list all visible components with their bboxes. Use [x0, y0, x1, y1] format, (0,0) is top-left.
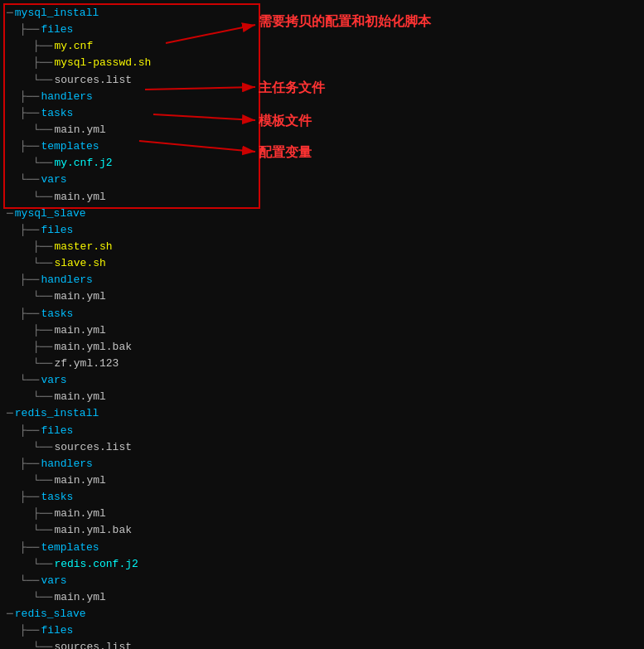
tree-connector: ├── — [33, 239, 52, 255]
file-name: sources.list — [54, 72, 132, 89]
tree-connector: ├── — [20, 306, 39, 322]
list-item: └── sources.list — [7, 72, 644, 89]
dir-name: tasks — [41, 306, 73, 322]
file-name: my.cnf — [54, 38, 93, 55]
tree-connector: ├── — [20, 272, 39, 288]
tree-connector: ├── — [20, 489, 39, 506]
list-item: ├── templates — [7, 138, 644, 155]
tree-connector: └── — [33, 356, 52, 372]
tree-connector: └── — [33, 189, 52, 206]
list-item: ─ redis_slave — [7, 606, 644, 622]
tree-connector: ├── — [20, 423, 39, 439]
list-item: ├── my.cnf — [7, 38, 644, 55]
dir-name: files — [41, 22, 73, 38]
dir-name: redis_slave — [15, 606, 86, 622]
file-name: main.yml.bak — [54, 339, 132, 356]
list-item: ├── main.yml — [7, 322, 644, 339]
dir-name: files — [41, 222, 73, 239]
list-item: ├── files — [7, 423, 644, 439]
list-item: └── slave.sh — [7, 255, 644, 272]
tree-connector: ├── — [33, 339, 52, 356]
file-name: main.yml — [54, 506, 105, 522]
file-name: main.yml — [54, 189, 105, 206]
tree-connector: ├── — [20, 540, 39, 556]
list-item: └── main.yml.bak — [7, 522, 644, 539]
list-item: ─ mysql_slave — [7, 206, 644, 222]
dir-name: mysql_slave — [15, 206, 86, 222]
list-item: └── vars — [7, 573, 644, 589]
tree-connector: └── — [33, 122, 52, 138]
tree-connector: ─ — [7, 405, 13, 422]
list-item: ├── files — [7, 622, 644, 639]
list-item: └── vars — [7, 372, 644, 389]
list-item: ├── handlers — [7, 456, 644, 472]
file-tree: 需要拷贝的配置和初始化脚本 主任务文件 模板文件 配置变量 ─ mysql_in… — [0, 0, 644, 649]
list-item: ─ mysql_install — [7, 5, 644, 22]
tree-connector: ├── — [20, 622, 39, 639]
file-name: main.yml — [54, 389, 105, 405]
tree-connector: └── — [33, 72, 52, 89]
list-item: ├── mysql-passwd.sh — [7, 55, 644, 71]
tree-connector: └── — [33, 472, 52, 489]
list-item: └── main.yml — [7, 472, 644, 489]
dir-name: templates — [41, 540, 99, 556]
file-name: main.yml — [54, 122, 105, 138]
dir-name: handlers — [41, 272, 92, 288]
file-name: sources.list — [54, 639, 132, 649]
list-item: └── main.yml — [7, 288, 644, 305]
list-item: ├── main.yml.bak — [7, 339, 644, 356]
dir-name: handlers — [41, 89, 92, 105]
dir-name: vars — [41, 372, 66, 389]
list-item: ├── files — [7, 22, 644, 38]
tree-connector: └── — [20, 573, 39, 589]
file-name: main.yml — [54, 589, 105, 606]
tree-connector: └── — [33, 155, 52, 172]
list-item: └── redis.conf.j2 — [7, 556, 644, 573]
list-item: └── main.yml — [7, 589, 644, 606]
list-item: ├── handlers — [7, 89, 644, 105]
tree-connector: ├── — [20, 138, 39, 155]
tree-connector: └── — [33, 589, 52, 606]
tree-connector: └── — [33, 389, 52, 405]
dir-name: files — [41, 622, 73, 639]
tree-connector: └── — [20, 372, 39, 389]
tree-connector: ─ — [7, 606, 13, 622]
tree-connector: └── — [33, 639, 52, 649]
dir-name: vars — [41, 573, 66, 589]
tree-connector: ├── — [33, 55, 52, 71]
dir-name: templates — [41, 138, 99, 155]
file-name: main.yml — [54, 322, 105, 339]
list-item: ─ redis_install — [7, 405, 644, 422]
list-item: └── vars — [7, 172, 644, 188]
list-item: └── sources.list — [7, 439, 644, 456]
tree-connector: ─ — [7, 5, 13, 22]
tree-connector: ─ — [7, 206, 13, 222]
tree-connector: ├── — [20, 222, 39, 239]
dir-name: tasks — [41, 105, 73, 122]
dir-name: mysql_install — [15, 5, 99, 22]
tree-connector: └── — [20, 172, 39, 188]
tree-connector: ├── — [20, 22, 39, 38]
list-item: └── zf.yml.123 — [7, 356, 644, 372]
list-item: └── main.yml — [7, 189, 644, 206]
tree-connector: ├── — [33, 506, 52, 522]
tree-connector: └── — [33, 556, 52, 573]
list-item: ├── templates — [7, 540, 644, 556]
file-name: mysql-passwd.sh — [54, 55, 151, 71]
tree-connector: └── — [33, 522, 52, 539]
file-name: redis.conf.j2 — [54, 556, 138, 573]
tree-connector: ├── — [20, 89, 39, 105]
list-item: ├── tasks — [7, 489, 644, 506]
list-item: └── main.yml — [7, 122, 644, 138]
tree-connector: └── — [33, 255, 52, 272]
file-name: zf.yml.123 — [54, 356, 119, 372]
list-item: ├── handlers — [7, 272, 644, 288]
list-item: └── main.yml — [7, 389, 644, 405]
list-item: └── sources.list — [7, 639, 644, 649]
list-item: ├── tasks — [7, 105, 644, 122]
list-item: ├── tasks — [7, 306, 644, 322]
file-name: my.cnf.j2 — [54, 155, 112, 172]
tree-connector: └── — [33, 288, 52, 305]
dir-name: tasks — [41, 489, 73, 506]
tree-connector: ├── — [20, 456, 39, 472]
